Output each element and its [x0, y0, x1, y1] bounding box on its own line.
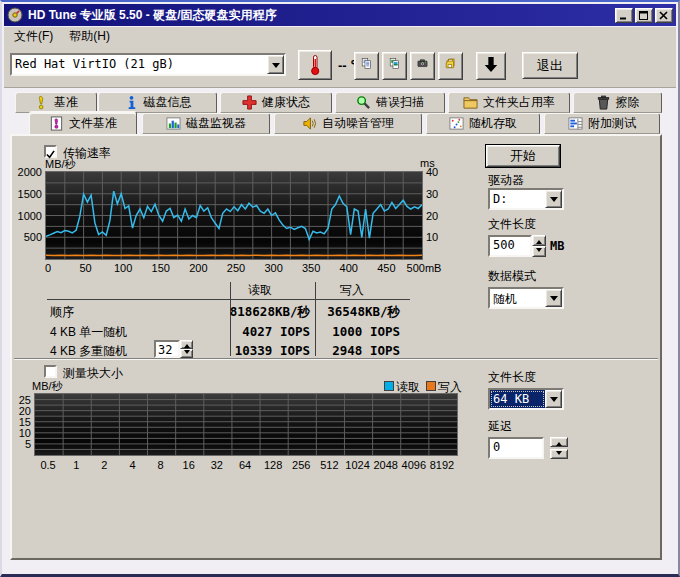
- queue-depth-down-button[interactable]: [180, 349, 193, 358]
- delay-up-button[interactable]: [550, 437, 568, 447]
- file-length-down-button[interactable]: [532, 246, 546, 257]
- aam-icon: [302, 116, 317, 131]
- extra-tests-icon: [568, 116, 583, 131]
- exit-button-label: 退出: [537, 57, 563, 75]
- maximize-button[interactable]: [635, 8, 653, 23]
- file-benchmark-icon: [49, 116, 64, 131]
- top-chart-y-right-tick: 30: [426, 188, 448, 200]
- tab-disk-info[interactable]: 磁盘信息: [98, 92, 217, 113]
- tab-disk-monitor[interactable]: 磁盘监视器: [142, 113, 270, 134]
- copy-text-icon: [361, 57, 372, 75]
- table-row-label: 顺序: [50, 304, 74, 321]
- health-icon: [242, 95, 257, 110]
- top-chart-y-left-tick: 500: [12, 231, 42, 243]
- tab-label: 附加测试: [588, 115, 636, 132]
- menubar: 文件(F)帮助(H): [4, 27, 676, 46]
- drive-label: 驱动器: [488, 172, 524, 189]
- drive-select-arrow[interactable]: [267, 55, 284, 74]
- file-length-value: 500: [493, 238, 515, 252]
- top-chart-y-right-tick: 10: [426, 231, 448, 243]
- legend-swatch-read: [384, 381, 394, 391]
- tab-label: 错误扫描: [376, 94, 424, 111]
- queue-depth-value: 32: [158, 343, 172, 357]
- screenshot-button[interactable]: [410, 52, 435, 80]
- table-header-read: 读取: [220, 282, 300, 299]
- exit-button[interactable]: 退出: [522, 52, 578, 79]
- menu-item-help[interactable]: 帮助(H): [61, 26, 118, 47]
- start-button[interactable]: 开始: [486, 145, 560, 167]
- data-mode-arrow[interactable]: [545, 289, 562, 307]
- table-header-rule: [47, 299, 410, 300]
- tab-error-scan[interactable]: 错误扫描: [335, 92, 445, 113]
- legend-label-write: 写入: [438, 379, 462, 396]
- titlebar: HD Tune 专业版 5.50 - 硬盘/固态硬盘实用程序: [4, 4, 676, 26]
- tab-label: 文件基准: [69, 115, 117, 132]
- block-size-checkbox-label: 测量块大小: [63, 365, 123, 382]
- tab-aam[interactable]: 自动噪音管理: [274, 113, 422, 134]
- table-write-value: 2948 IOPS: [312, 343, 400, 358]
- drive-select[interactable]: Red Hat VirtIO (21 gB): [10, 53, 286, 76]
- top-chart-x-tick: 500mB: [402, 262, 446, 274]
- close-button[interactable]: [655, 8, 673, 23]
- data-mode-select[interactable]: 随机: [488, 287, 564, 309]
- disk-monitor-icon: [166, 116, 181, 131]
- file-length-up-button[interactable]: [532, 235, 546, 246]
- tab-folder-usage[interactable]: 文件夹占用率: [448, 92, 570, 113]
- tab-label: 随机存取: [469, 115, 517, 132]
- block-size-chart: [34, 393, 458, 456]
- table-read-value: 818628KB/秒: [226, 304, 310, 321]
- table-row-label: 4 KB 多重随机: [50, 343, 127, 360]
- tab-extra-tests[interactable]: 附加测试: [544, 113, 660, 134]
- tab-label: 自动噪音管理: [322, 115, 394, 132]
- tab-health[interactable]: 健康状态: [220, 92, 332, 113]
- download-results-button[interactable]: [476, 52, 506, 80]
- file-length-spinner[interactable]: 500: [488, 235, 532, 257]
- toolbar: Red Hat VirtIO (21 gB) -- ℃: [4, 46, 676, 88]
- random-access-icon: [449, 116, 464, 131]
- target-drive-select[interactable]: D:: [488, 188, 564, 210]
- top-chart-left-axis-title: MB/秒: [45, 157, 76, 172]
- delay-input[interactable]: 0: [488, 437, 544, 459]
- tab-file-benchmark[interactable]: 文件基准: [29, 111, 137, 134]
- bottom-chart-axis-title: MB/秒: [32, 379, 63, 394]
- block-file-length-arrow[interactable]: [545, 390, 562, 408]
- temperature-button[interactable]: [298, 50, 332, 80]
- tab-random-access[interactable]: 随机存取: [426, 113, 540, 134]
- benchmark-icon: [34, 95, 49, 110]
- top-chart-y-left-tick: 2000: [12, 166, 42, 178]
- tab-benchmark[interactable]: 基准: [15, 92, 97, 113]
- tab-erase[interactable]: 擦除: [573, 92, 662, 113]
- queue-depth-up-button[interactable]: [180, 340, 193, 349]
- block-file-length-label: 文件长度: [488, 369, 536, 386]
- table-row-label: 4 KB 单一随机: [50, 324, 127, 341]
- delay-value: 0: [493, 440, 500, 454]
- disk-info-icon: [124, 95, 139, 110]
- bottom-chart-x-tick: 8192: [422, 459, 462, 471]
- delay-label: 延迟: [488, 418, 512, 435]
- block-file-length-select[interactable]: 64 KB: [488, 388, 564, 410]
- save-icon: [445, 57, 456, 75]
- table-write-value: 1000 IOPS: [312, 324, 400, 339]
- data-mode-value: 随机: [490, 289, 545, 307]
- block-file-length-value: 64 KB: [490, 390, 545, 408]
- minimize-button[interactable]: [615, 8, 633, 23]
- bottom-chart-y-tick: 5: [12, 438, 31, 450]
- save-button[interactable]: [438, 52, 463, 80]
- data-mode-label: 数据模式: [488, 268, 536, 285]
- copy-image-icon: [389, 57, 400, 75]
- thermometer-icon: [307, 54, 323, 76]
- hdtune-window: HD Tune 专业版 5.50 - 硬盘/固态硬盘实用程序 文件(F)帮助(H…: [0, 0, 680, 577]
- target-drive-value: D:: [490, 190, 545, 208]
- tab-label: 基准: [54, 94, 78, 111]
- target-drive-arrow[interactable]: [545, 190, 562, 208]
- menu-item-file[interactable]: 文件(F): [6, 26, 61, 47]
- start-button-label: 开始: [510, 147, 536, 165]
- copy-text-button[interactable]: [354, 52, 379, 80]
- copy-image-button[interactable]: [382, 52, 407, 80]
- legend-label-read: 读取: [396, 379, 420, 396]
- delay-down-button[interactable]: [550, 449, 568, 459]
- block-size-checkbox[interactable]: [44, 365, 57, 378]
- transfer-rate-chart: [45, 171, 423, 260]
- queue-depth-spinner[interactable]: 32: [154, 340, 180, 358]
- legend-swatch-write: [426, 381, 436, 391]
